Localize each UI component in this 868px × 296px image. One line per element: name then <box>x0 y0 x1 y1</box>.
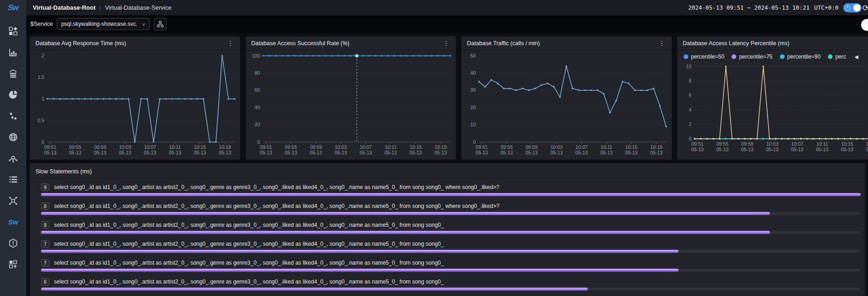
svg-text:09:59: 09:59 <box>94 144 106 150</box>
legend-dot-icon <box>780 54 785 59</box>
slow-statement-entry[interactable]: 9select song0_.id as id1_0_, song0_.arti… <box>41 184 861 191</box>
sidebar-item-pie-chart[interactable] <box>0 84 26 105</box>
slow-statement-row: 7select song0_.id as id1_0_, song0_.arti… <box>41 240 861 253</box>
svg-text:10:07: 10:07 <box>575 144 587 150</box>
topology-icon <box>8 196 18 206</box>
panel-menu-button[interactable]: ⋮ <box>658 41 666 46</box>
svg-text:30: 30 <box>470 87 476 93</box>
svg-text:40: 40 <box>254 105 260 110</box>
slow-statement-entry[interactable]: 7select song0_.id as id1_0_, song0_.arti… <box>41 240 861 248</box>
duration-bar <box>41 269 679 272</box>
sidebar-item-skywalking[interactable]: Sw <box>0 211 26 232</box>
svg-text:10: 10 <box>686 64 691 69</box>
timezone-label: UTC+0:0 <box>814 4 838 11</box>
svg-text:10:03: 10:03 <box>119 144 131 150</box>
panel-latency-percentile: Database Access Latency Percentile (ms) … <box>677 36 868 160</box>
sidebar-item-dashboard[interactable] <box>0 20 26 41</box>
panel-title: Database Traffic (calls / min) <box>467 40 540 47</box>
svg-text:0: 0 <box>689 136 691 142</box>
top-header: Sw Virtual-Database-Root › Virtual-Datab… <box>0 0 868 15</box>
svg-text:05-13: 05-13 <box>600 150 613 155</box>
svg-text:2: 2 <box>41 53 44 59</box>
legend-item[interactable]: perc <box>828 53 846 60</box>
sidebar-item-database[interactable] <box>0 63 26 84</box>
svg-text:10:15: 10:15 <box>841 141 853 147</box>
svg-text:09:51: 09:51 <box>260 144 272 150</box>
svg-text:10:19: 10:19 <box>219 144 231 150</box>
svg-text:10: 10 <box>470 122 476 127</box>
duration-bar-track <box>41 288 861 290</box>
legend-item[interactable]: percentile=75 <box>732 53 772 60</box>
svg-text:0: 0 <box>41 139 44 145</box>
legend-label: percentile=75 <box>739 53 772 60</box>
service-hierarchy-button[interactable] <box>154 18 166 30</box>
chart-legend: percentile=50percentile=75percentile=90p… <box>677 50 868 61</box>
duration-bar-track <box>41 193 861 196</box>
legend-prev-icon[interactable]: ◀ <box>855 54 858 60</box>
svg-text:05-13: 05-13 <box>194 150 206 155</box>
database-icon <box>8 69 18 78</box>
sidebar-item-bar-chart[interactable] <box>0 41 26 63</box>
svg-text:80: 80 <box>254 70 260 76</box>
chart-canvas-success-rate: 02040608010009:5105-1309:5505-1309:5905-… <box>246 50 456 160</box>
legend-label: perc <box>835 53 846 60</box>
help-button[interactable] <box>861 19 868 31</box>
slow-statement-row: 7select song0_.id as id1_0_, song0_.arti… <box>41 259 861 272</box>
svg-text:05-13: 05-13 <box>716 147 729 152</box>
legend-label: percentile=50 <box>691 53 724 60</box>
svg-text:60: 60 <box>254 87 260 93</box>
sidebar-item-list[interactable] <box>0 169 26 190</box>
svg-text:05-13: 05-13 <box>285 150 297 155</box>
app-logo[interactable]: Sw <box>0 0 26 15</box>
svg-text:05-13: 05-13 <box>409 150 422 155</box>
sidebar-item-scatter[interactable] <box>0 105 26 126</box>
slow-statement-entry[interactable]: 8select song0_.id as id1_0_, song0_.arti… <box>41 221 861 229</box>
slow-statement-entry[interactable]: 6select song0_.id as id1_0_, song0_.arti… <box>41 278 861 285</box>
svg-text:50: 50 <box>470 53 476 59</box>
chart-canvas-avg-response-time: 00.511.5209:5105-1309:5505-1309:5905-131… <box>30 50 240 160</box>
svg-text:09:59: 09:59 <box>310 144 322 150</box>
service-select[interactable]: psql.skywalking-showcase.svc. ∨ <box>57 18 150 30</box>
sidebar-item-grid-plus[interactable] <box>0 254 26 275</box>
sidebar-item-topology[interactable] <box>0 190 26 211</box>
duration-bar-track <box>41 269 861 272</box>
breadcrumb-current: Virtual-Database-Service <box>105 4 171 11</box>
svg-text:05-13: 05-13 <box>575 150 588 155</box>
svg-text:10:19: 10:19 <box>435 144 447 150</box>
panel-title: Database Access Successful Rate (%) <box>251 40 349 47</box>
duration-badge: 7 <box>41 240 49 248</box>
sidebar-item-globe[interactable] <box>0 126 26 148</box>
skywalking-dashboard: Sw Virtual-Database-Root › Virtual-Datab… <box>0 0 868 296</box>
duration-badge: 7 <box>41 259 49 266</box>
sidebar-item-mesh[interactable] <box>0 148 26 169</box>
panel-menu-button[interactable]: ⋮ <box>226 41 235 46</box>
svg-text:10:11: 10:11 <box>169 144 181 150</box>
svg-text:05-13: 05-13 <box>866 147 868 152</box>
svg-text:10:19: 10:19 <box>866 141 868 147</box>
slow-statement-entry[interactable]: 8select song0_.id as id1_0_, song0_.arti… <box>41 202 861 210</box>
time-range-label[interactable]: 2024-05-13 09:51 ~ 2024-05-13 10:21 <box>688 4 809 11</box>
legend-item[interactable]: percentile=50 <box>684 53 724 60</box>
duration-bar <box>41 231 770 234</box>
panel-menu-button[interactable]: ⋮ <box>442 41 450 46</box>
svg-text:05-13: 05-13 <box>335 150 347 155</box>
duration-bar-track <box>41 212 861 215</box>
svg-text:09:55: 09:55 <box>716 141 728 147</box>
svg-text:05-13: 05-13 <box>476 150 488 155</box>
svg-text:05-13: 05-13 <box>791 147 803 152</box>
breadcrumb-root[interactable]: Virtual-Database-Root <box>33 4 95 11</box>
skywalking-icon: Sw <box>8 218 18 226</box>
panel-avg-response-time: Database Avg Response Time (ms) ⋮ 00.511… <box>30 36 240 160</box>
sidebar-item-alert[interactable] <box>0 232 26 254</box>
svg-text:10:07: 10:07 <box>144 144 156 150</box>
legend-item[interactable]: percentile=90 <box>780 53 821 60</box>
refresh-icon[interactable]: ⟳ <box>862 3 868 12</box>
duration-bar <box>41 250 679 253</box>
auto-time-toggle[interactable] <box>843 3 862 12</box>
svg-text:40: 40 <box>470 70 476 76</box>
svg-text:10:19: 10:19 <box>650 144 662 150</box>
slow-statement-entry[interactable]: 7select song0_.id as id1_0_, song0_.arti… <box>41 259 861 266</box>
svg-text:05-13: 05-13 <box>219 150 231 155</box>
sql-text: select song0_.id as id1_0_, song0_.artis… <box>54 203 499 209</box>
sql-text: select song0_.id as id1_0_, song0_.artis… <box>54 278 444 285</box>
